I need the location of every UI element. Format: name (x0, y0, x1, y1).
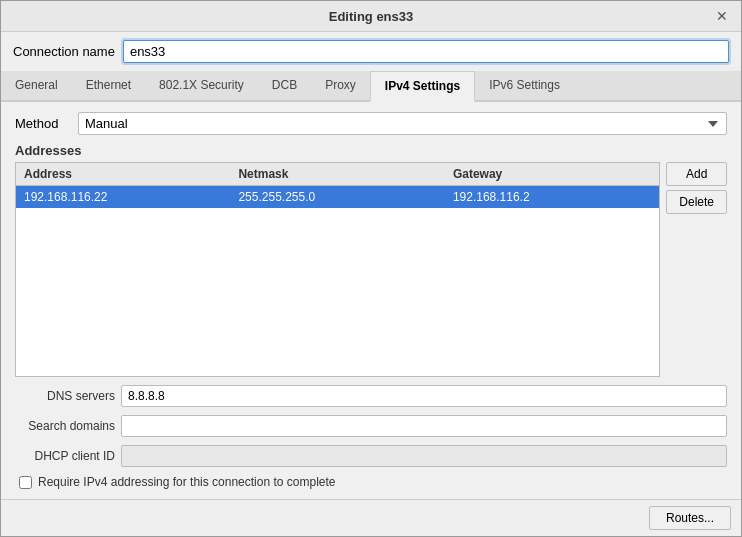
dhcp-client-id-row: DHCP client ID (15, 445, 727, 467)
bottom-bar: Routes... (1, 499, 741, 536)
addresses-container: Address Netmask Gateway 192.168.116.22 2… (15, 162, 727, 377)
ipv4-tab-content: Method Manual Automatic (DHCP) Link-Loca… (1, 102, 741, 499)
col-header-gateway: Gateway (445, 163, 659, 185)
tabs-bar: General Ethernet 802.1X Security DCB Pro… (1, 71, 741, 102)
col-header-netmask: Netmask (230, 163, 444, 185)
connection-name-label: Connection name (13, 44, 115, 59)
dhcp-client-id-label: DHCP client ID (15, 449, 115, 463)
window-title: Editing ens33 (29, 9, 713, 24)
col-header-address: Address (16, 163, 230, 185)
require-ipv4-checkbox[interactable] (19, 476, 32, 489)
connection-name-row: Connection name (1, 32, 741, 71)
tab-general[interactable]: General (1, 71, 72, 102)
require-ipv4-label: Require IPv4 addressing for this connect… (38, 475, 336, 489)
tab-proxy[interactable]: Proxy (311, 71, 370, 102)
connection-name-input[interactable] (123, 40, 729, 63)
delete-address-button[interactable]: Delete (666, 190, 727, 214)
table-row[interactable]: 192.168.116.22 255.255.255.0 192.168.116… (16, 186, 659, 208)
tab-dcb[interactable]: DCB (258, 71, 311, 102)
routes-button[interactable]: Routes... (649, 506, 731, 530)
addresses-header: Address Netmask Gateway (16, 163, 659, 186)
dhcp-client-id-input (121, 445, 727, 467)
dns-servers-label: DNS servers (15, 389, 115, 403)
search-domains-label: Search domains (15, 419, 115, 433)
titlebar: Editing ens33 ✕ (1, 1, 741, 32)
method-label: Method (15, 116, 70, 131)
close-button[interactable]: ✕ (713, 7, 731, 25)
addresses-section: Addresses Address Netmask Gateway 192.16… (15, 143, 727, 377)
tab-8021x[interactable]: 802.1X Security (145, 71, 258, 102)
search-domains-input[interactable] (121, 415, 727, 437)
address-buttons: Add Delete (666, 162, 727, 377)
require-ipv4-row: Require IPv4 addressing for this connect… (15, 475, 727, 489)
method-row: Method Manual Automatic (DHCP) Link-Loca… (15, 112, 727, 135)
add-address-button[interactable]: Add (666, 162, 727, 186)
netmask-cell: 255.255.255.0 (230, 186, 444, 208)
tab-ipv4[interactable]: IPv4 Settings (370, 71, 475, 102)
address-cell: 192.168.116.22 (16, 186, 230, 208)
tab-ipv6[interactable]: IPv6 Settings (475, 71, 574, 102)
dns-servers-input[interactable] (121, 385, 727, 407)
addresses-title: Addresses (15, 143, 727, 158)
method-select[interactable]: Manual Automatic (DHCP) Link-Local Only … (78, 112, 727, 135)
dns-servers-row: DNS servers (15, 385, 727, 407)
gateway-cell: 192.168.116.2 (445, 186, 659, 208)
addresses-rows: 192.168.116.22 255.255.255.0 192.168.116… (16, 186, 659, 376)
tab-ethernet[interactable]: Ethernet (72, 71, 145, 102)
search-domains-row: Search domains (15, 415, 727, 437)
addresses-table: Address Netmask Gateway 192.168.116.22 2… (15, 162, 660, 377)
